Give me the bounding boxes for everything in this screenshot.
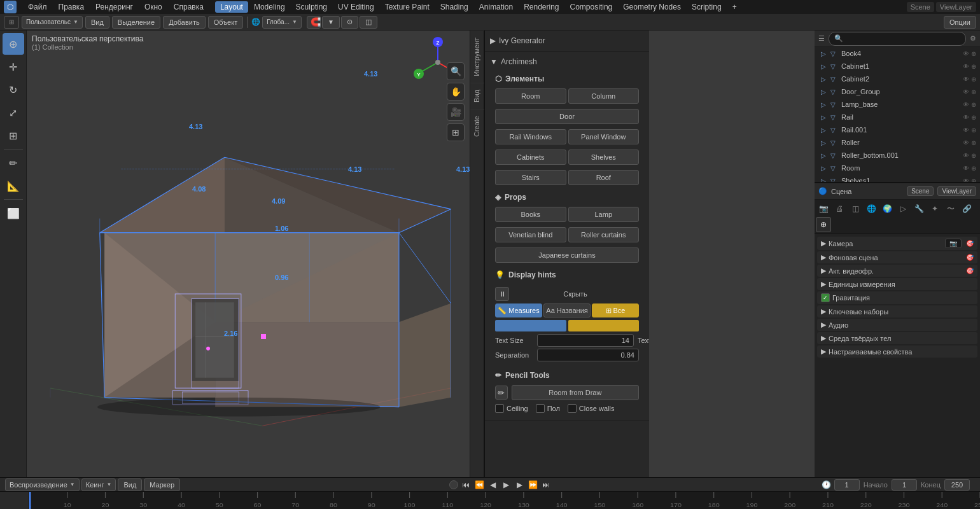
- outliner-item-rail[interactable]: ▷ ▽ Rail 👁 ⊕: [815, 111, 980, 123]
- grid-toggle-btn[interactable]: ⊞: [447, 123, 465, 141]
- viewlayer-selector-btn[interactable]: ViewLayer: [937, 186, 976, 196]
- blender-logo[interactable]: ⬡: [4, 1, 17, 13]
- prop-tab-physics[interactable]: 〜: [943, 201, 958, 216]
- annotate-tool[interactable]: ✏: [3, 152, 24, 174]
- outliner-item-cabinet1[interactable]: ▷ ▽ Cabinet1 👁 ⊕: [815, 60, 980, 73]
- room-btn[interactable]: Room: [495, 88, 566, 104]
- jump-start-btn[interactable]: ⏮: [460, 479, 472, 491]
- prop-tab-view[interactable]: ◫: [848, 201, 863, 216]
- out-vis-eye-2[interactable]: 👁: [963, 76, 969, 83]
- view-timeline-btn[interactable]: Вид: [118, 478, 142, 491]
- current-frame-display[interactable]: 1: [834, 479, 860, 491]
- measures-tab[interactable]: 📏 Measures: [495, 303, 542, 317]
- pan-btn[interactable]: ✋: [447, 83, 465, 101]
- sc-clip-pick-icon[interactable]: 🎯: [966, 267, 974, 274]
- outliner-item-roller[interactable]: ▷ ▽ Roller 👁 ⊕: [815, 136, 980, 149]
- roof-btn[interactable]: Roof: [568, 170, 640, 185]
- prop-tab-world[interactable]: 🌍: [879, 201, 895, 216]
- rotate-tool[interactable]: ↻: [3, 79, 24, 101]
- outliner-search-box[interactable]: 🔍: [829, 32, 966, 46]
- out-vis-eye-1[interactable]: 👁: [963, 63, 969, 70]
- pencil-draw-icon[interactable]: ✏: [495, 386, 508, 400]
- outliner-item-rail-001[interactable]: ▷ ▽ Rail.001 👁 ⊕: [815, 123, 980, 136]
- prop-tab-modifier[interactable]: 🔧: [911, 201, 927, 216]
- room-from-draw-btn[interactable]: Room from Draw: [512, 385, 639, 400]
- sc-camera-value[interactable]: 📷: [945, 239, 962, 248]
- prop-tab-particles[interactable]: ✦: [927, 201, 942, 216]
- cursor-tool[interactable]: ⊕: [3, 33, 24, 55]
- close-walls-checkbox[interactable]: [568, 404, 577, 413]
- outliner-item-roller-bottom-001[interactable]: ▷ ▽ Roller_bottom.001 👁 ⊕: [815, 149, 980, 162]
- outliner-item-book4[interactable]: ▷ ▽ Book4 👁 ⊕: [815, 47, 980, 60]
- add-btn[interactable]: Добавить: [163, 16, 206, 29]
- workspace-tab-compositing[interactable]: Compositing: [565, 1, 618, 13]
- ivy-generator-header[interactable]: ▶ Ivy Generator: [485, 33, 649, 48]
- out-vis-eye-9[interactable]: 👁: [963, 165, 969, 172]
- prop-tab-scene[interactable]: 🌐: [864, 201, 879, 216]
- archimesh-header[interactable]: ▼ Archimesh: [485, 54, 649, 69]
- end-frame-input[interactable]: 250: [944, 479, 970, 491]
- proportional-btn[interactable]: ⊙: [341, 16, 358, 29]
- out-vis-eye-0[interactable]: 👁: [963, 50, 969, 57]
- zoom-in-btn[interactable]: 🔍: [447, 62, 465, 80]
- cabinets-btn[interactable]: Cabinets: [495, 150, 566, 165]
- out-vis-cursor-4[interactable]: ⊕: [971, 101, 976, 108]
- snap-dropdown[interactable]: ▼: [322, 16, 340, 29]
- hint-color-blue[interactable]: [495, 320, 566, 331]
- 3d-scene-svg[interactable]: [27, 31, 470, 477]
- 3d-viewport[interactable]: Пользовательская перспектива (1) Collect…: [27, 31, 470, 477]
- scene-selector-btn[interactable]: Scene: [907, 186, 934, 196]
- timeline-scrubber[interactable]: 1 10 20 30 40 50 60 70 80 90: [0, 492, 980, 509]
- sc-bg-pick-icon[interactable]: 🎯: [966, 254, 974, 261]
- workspace-tab-layout[interactable]: Layout: [215, 1, 248, 13]
- sc-camera-header[interactable]: ▶ Камера 📷 🎯: [817, 237, 977, 250]
- out-vis-cursor-10[interactable]: ⊕: [971, 178, 976, 183]
- sc-gravity-checkbox[interactable]: ✓: [821, 293, 830, 302]
- workspace-tab-geometry[interactable]: Geometry Nodes: [618, 1, 686, 13]
- workspace-tab-sculpting[interactable]: Sculpting: [291, 1, 332, 13]
- playback-dropdown[interactable]: Воспроизведение ▼: [5, 478, 80, 491]
- names-tab[interactable]: Аа Названия: [543, 303, 591, 317]
- outliner-item-shelves1[interactable]: ▷ ▽ Shelves1 👁 ⊕: [815, 174, 980, 182]
- text-size-input-1[interactable]: [537, 334, 634, 347]
- separation-input[interactable]: [537, 349, 639, 361]
- move-tool[interactable]: ✛: [3, 56, 24, 78]
- select-btn[interactable]: Выделение: [112, 16, 160, 29]
- scene-selector[interactable]: Scene: [907, 2, 934, 12]
- view-btn[interactable]: Вид: [85, 16, 109, 29]
- scale-tool[interactable]: ⤢: [3, 102, 24, 123]
- floor-checkbox[interactable]: [536, 404, 545, 413]
- marker-btn[interactable]: Маркер: [144, 478, 180, 491]
- out-vis-cursor-3[interactable]: ⊕: [971, 88, 976, 95]
- n-tab-view[interactable]: Вид: [470, 83, 484, 109]
- camera-btn[interactable]: 🎥: [447, 103, 465, 121]
- shelves-btn[interactable]: Shelves: [568, 150, 640, 165]
- outliner-filter-icon[interactable]: ⚙: [970, 34, 976, 43]
- sc-camera-pick-icon[interactable]: 🎯: [966, 240, 974, 247]
- outliner-item-lamp-base[interactable]: ▷ ▽ Lamp_base 👁 ⊕: [815, 98, 980, 111]
- workspace-tab-scripting[interactable]: Scripting: [687, 1, 727, 13]
- clock-icon[interactable]: 🕐: [822, 480, 830, 489]
- start-frame-input[interactable]: 1: [892, 479, 917, 491]
- sc-audio-header[interactable]: ▶ Аудио: [817, 319, 977, 331]
- sc-bg-scene-header[interactable]: ▶ Фоновая сцена 🎯: [817, 251, 977, 263]
- outliner-item-door-group[interactable]: ▷ ▽ Door_Group 👁 ⊕: [815, 85, 980, 98]
- transform-btn[interactable]: ◫: [360, 16, 377, 29]
- out-vis-cursor-5[interactable]: ⊕: [971, 114, 976, 121]
- sc-keysets-header[interactable]: ▶ Ключевые наборы: [817, 305, 977, 317]
- menu-help[interactable]: Справка: [169, 1, 209, 13]
- add-cube-tool[interactable]: ⬜: [3, 202, 24, 224]
- prop-tab-data[interactable]: ⊕: [816, 217, 831, 232]
- column-btn[interactable]: Column: [568, 88, 640, 104]
- outliner-item-room[interactable]: ▷ ▽ Room 👁 ⊕: [815, 162, 980, 174]
- next-keyframe-btn[interactable]: ⏩: [527, 479, 538, 491]
- hint-pause-btn[interactable]: ⏸: [495, 287, 509, 301]
- n-tab-create[interactable]: Create: [470, 109, 484, 143]
- out-vis-eye-10[interactable]: 👁: [963, 178, 969, 183]
- play-audio-btn[interactable]: [449, 480, 458, 489]
- sc-custom-header[interactable]: ▶ Настраиваемые свойства: [817, 345, 977, 358]
- rail-windows-btn[interactable]: Rail Windows: [495, 129, 566, 144]
- japanese-curtains-btn[interactable]: Japanese curtains: [495, 248, 639, 263]
- workspace-tab-modeling[interactable]: Modeling: [249, 1, 290, 13]
- step-back-btn[interactable]: ◀: [487, 479, 498, 491]
